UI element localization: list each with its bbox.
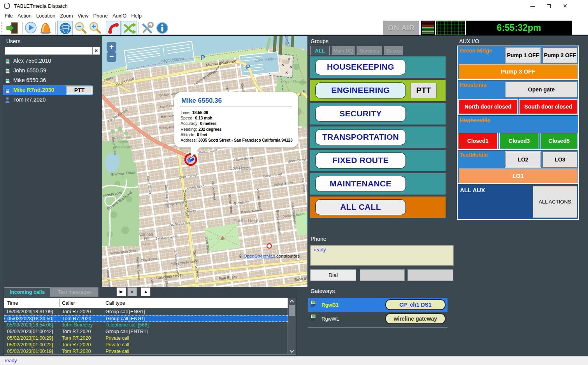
north-door-button[interactable]: North door closed [458,99,518,114]
dial-button[interactable]: Dial [310,269,356,281]
alarm-siren-icon[interactable] [39,21,52,34]
all-actions-button[interactable]: ALL ACTIONS [533,186,577,218]
group-button[interactable]: ALL CALL [315,199,406,215]
map-zoom-in-button[interactable]: + [107,42,116,52]
pump2-button[interactable]: Pump 2 OFF [542,47,577,63]
status-text: ready [5,358,17,363]
aux-panel-title: AUX I/O [459,38,479,44]
pump1-button[interactable]: Pump 1 OFF [505,47,541,63]
play-call-button[interactable]: ▶ [116,287,126,296]
user-row[interactable]: John 6550.59 [3,66,91,75]
radio-icon [5,67,11,75]
openstreetmap-link[interactable]: OpenStreetMap [244,254,275,258]
group-button[interactable]: SECURITY [315,106,406,122]
tab-incoming-calls[interactable]: Incoming calls [4,287,51,297]
group-row-housekeeping: HOUSEKEEPING [310,56,446,78]
user-row[interactable]: Mike R7nd.2030PTT [3,85,91,95]
tab-buses[interactable]: Buses [384,46,403,55]
call-row[interactable]: 05/03/2023[16:54:08]John SmedleyTelephon… [4,322,288,328]
closed5-button[interactable]: Closed5 [541,133,577,149]
group-ptt-button[interactable]: PTT [411,83,437,98]
user-row[interactable]: Alex 7550.2010 [3,56,91,66]
tab-all[interactable]: ALL [310,46,330,55]
phone-button-2[interactable] [360,269,405,281]
user-name: John 6550.59 [13,67,46,74]
map-view[interactable]: Yacht HarborEast HarborMarina BoulevardG… [102,36,307,287]
tab-main-hq[interactable]: Main HQ [332,46,355,55]
user-search-clear-button[interactable]: ✕ [92,47,100,55]
phone-panel-title: Phone [311,236,326,242]
tab-text-messages[interactable]: Text messages [51,287,98,297]
pump3-button[interactable]: Pump 3 OFF [459,64,577,79]
site-label: Houstonia [460,82,486,88]
menu-auxio[interactable]: AuxIO [112,13,126,19]
group-row-security: SECURITY [310,103,446,125]
menu-file[interactable]: File [5,13,13,19]
globe-network-icon[interactable] [57,21,73,35]
tools-icon[interactable] [140,21,154,35]
group-button[interactable]: FIXED ROUTE [315,153,406,168]
toolbar-gripper[interactable] [1,22,2,33]
map-popup: Mike 6550.36 Time:18:55:06Speed:0.13 mph… [174,92,298,147]
call-row[interactable]: 05/02/2023[01:00:22]Tom R7.2020Private c… [4,342,288,348]
call-row[interactable]: 05/02/2023[01:00:19]Tom R7.2020Private c… [4,348,288,355]
gateway-channel-button[interactable]: CP_ch1 DS1 [385,299,446,310]
calls-scrollbar[interactable] [288,298,296,354]
gateway-row-rgwb1[interactable]: RgwB1CP_ch1 DS1 [308,298,448,312]
tab-services[interactable]: Services [356,46,382,55]
zoom-out-icon[interactable] [74,21,87,34]
minimize-button[interactable] [525,0,540,12]
scrollbar-up-arrow[interactable] [290,300,294,304]
aux-section-green-ridge: Green Ridge Pump 1 OFF Pump 2 OFF Pump 3… [458,46,578,80]
zoom-in-icon[interactable] [89,21,102,34]
closed3-button[interactable]: Closed3 [499,133,539,149]
crossed-arrows-icon[interactable] [121,21,137,35]
stop-call-button[interactable]: ■ [127,287,137,296]
call-row[interactable]: 05/03/2023[18:30:50]Tom R7.2020Group cal… [4,315,288,322]
group-row-all-call: ALL CALL [310,197,446,218]
user-row[interactable]: Mike 6550.36 [3,75,91,85]
menu-location[interactable]: Location [36,13,55,19]
menu-phone[interactable]: Phone [93,13,108,19]
lo1-button[interactable]: LO1 [459,168,577,183]
close-button[interactable]: ✕ [557,0,573,12]
scroll-up-button[interactable]: ▲ [141,287,151,296]
group-button[interactable]: HOUSEKEEPING [315,59,406,75]
scrollbar-thumb[interactable] [289,305,295,316]
menu-action[interactable]: Action [18,13,32,19]
closed1-button[interactable]: Closed1 [458,133,498,149]
parking-icon: P [246,64,250,70]
play-icon[interactable] [25,21,37,34]
map-zoom-out-button[interactable]: − [107,52,116,62]
maximize-button[interactable] [541,0,556,12]
user-ptt-button[interactable]: PTT [67,86,92,94]
group-button[interactable]: MAINTENANCE [315,176,406,192]
radio-icon [5,77,11,85]
menu-zoom[interactable]: Zoom [60,13,73,19]
lo3-button[interactable]: LO3 [542,152,577,167]
group-button[interactable]: ENGINEERING [315,82,406,98]
user-row[interactable]: Tom R7.2020 [3,95,91,105]
call-row[interactable]: 05/03/2023[18:31:09]Tom R7.2020Group cal… [4,309,288,315]
south-door-button[interactable]: South door closed [519,99,577,114]
call-row[interactable]: 05/02/2023[01:00:29]Tom R7.2020Private c… [4,335,288,342]
lo2-button[interactable]: LO2 [505,152,541,167]
call-row[interactable]: 05/02/2023[01:00:42]Tom R7.2020Group cal… [4,328,288,335]
exit-door-icon[interactable] [5,21,19,35]
svg-text:Cow Hollow: Cow Hollow [230,166,251,170]
gateway-row-rgwwl[interactable]: RgwWLwireline gateway [308,312,448,326]
menu-view[interactable]: View [78,13,89,19]
phone-call-icon[interactable] [106,21,121,35]
open-gate-button[interactable]: Open gate [505,82,577,98]
info-icon[interactable] [156,21,169,35]
group-button[interactable]: TRANSPORTATION [315,129,406,145]
user-search-input[interactable] [5,47,92,55]
status-bar: ready [0,356,588,365]
calls-table-header: TimeCallerCall type [4,298,288,308]
menu-help[interactable]: Help [131,13,142,19]
phone-display[interactable]: ready [310,245,454,266]
vu-meter [421,21,435,35]
gateway-channel-button[interactable]: wireline gateway [385,313,446,324]
scrollbar-down-arrow[interactable] [290,348,294,353]
phone-button-3[interactable] [407,269,453,281]
